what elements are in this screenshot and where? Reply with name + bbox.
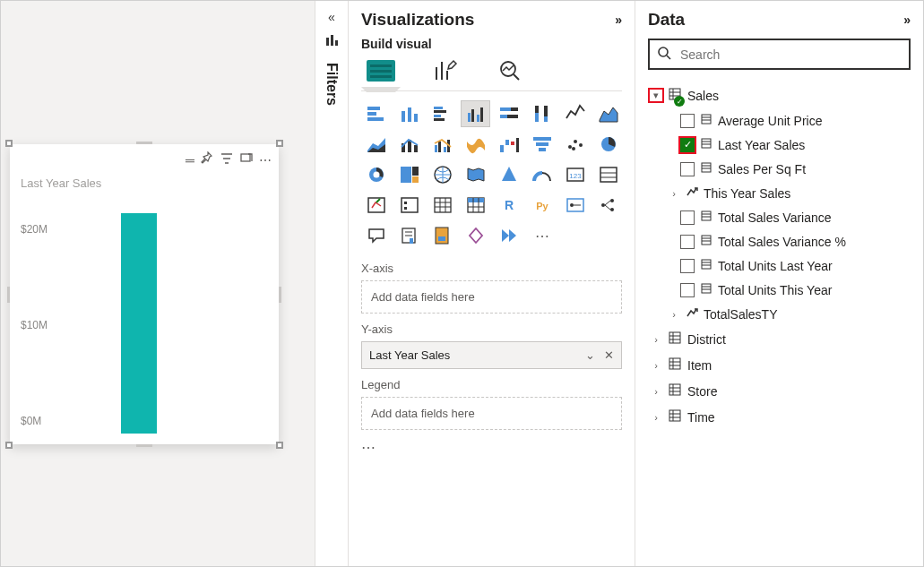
resize-handle[interactable] <box>136 444 152 447</box>
chevron-right-icon[interactable]: › <box>650 412 662 423</box>
search-input[interactable] <box>678 47 902 63</box>
resize-handle[interactable] <box>276 442 283 449</box>
chevron-down-icon[interactable]: ▾ <box>650 90 662 101</box>
table-sales[interactable]: ▾ ✓ Sales <box>648 82 911 108</box>
measure-icon <box>700 282 712 297</box>
checkbox[interactable] <box>680 162 695 176</box>
checkbox[interactable] <box>680 210 695 225</box>
checkbox[interactable] <box>680 114 695 128</box>
viz-stacked-area[interactable] <box>361 131 391 158</box>
viz-py-script[interactable]: Py <box>527 192 557 219</box>
chevron-right-icon[interactable]: › <box>668 309 680 320</box>
focus-mode-icon[interactable] <box>239 151 254 168</box>
viz-azure-map[interactable] <box>494 161 523 188</box>
viz-clustered-column[interactable] <box>461 100 490 127</box>
x-axis-drop[interactable]: Add data fields here <box>361 280 622 314</box>
viz-100-stacked-bar[interactable] <box>494 100 523 127</box>
viz-stacked-bar[interactable] <box>361 100 391 127</box>
field-total-sales-ty[interactable]: › TotalSalesTY <box>648 302 911 326</box>
legend-drop[interactable]: Add data fields here <box>361 397 622 430</box>
viz-area[interactable] <box>593 100 623 127</box>
visual-container[interactable]: ═ ⋯ Last Year Sales $0M $10M $20M <box>10 144 279 444</box>
resize-handle[interactable] <box>279 287 281 303</box>
viz-power-automate[interactable] <box>494 222 523 249</box>
checkbox[interactable] <box>680 283 695 297</box>
report-canvas[interactable]: ═ ⋯ Last Year Sales $0M $10M $20M <box>1 1 315 566</box>
collapse-data-icon[interactable]: » <box>903 13 911 27</box>
resize-handle[interactable] <box>7 287 10 303</box>
resize-handle[interactable] <box>276 140 283 147</box>
bar[interactable] <box>121 213 157 434</box>
tab-build-visual[interactable] <box>365 56 397 85</box>
table-item[interactable]: › Item <box>648 352 911 378</box>
viz-qa[interactable] <box>361 222 391 249</box>
search-box[interactable] <box>648 39 911 70</box>
viz-donut[interactable] <box>361 161 391 188</box>
field-total-sales-variance-pct[interactable]: Total Sales Variance % <box>648 229 911 253</box>
field-this-year-sales[interactable]: › This Year Sales <box>648 181 911 205</box>
checkbox[interactable] <box>680 259 695 273</box>
collapse-viz-icon[interactable]: » <box>615 13 622 27</box>
remove-field-icon[interactable]: ✕ <box>604 348 614 362</box>
filter-icon[interactable] <box>220 151 234 168</box>
viz-100-stacked-column[interactable] <box>527 100 557 127</box>
viz-clustered-bar[interactable] <box>427 100 457 127</box>
viz-pie[interactable] <box>593 131 623 158</box>
resize-handle[interactable] <box>5 140 13 147</box>
filters-label[interactable]: Filters <box>324 63 340 106</box>
pin-icon[interactable] <box>200 151 214 168</box>
table-time[interactable]: › Time <box>648 404 911 430</box>
viz-decomposition-tree[interactable] <box>593 192 623 219</box>
viz-table[interactable] <box>427 192 457 219</box>
y-axis-field-pill[interactable]: Last Year Sales ⌄ ✕ <box>361 341 622 369</box>
field-sales-per-sqft[interactable]: Sales Per Sq Ft <box>648 157 911 181</box>
field-last-year-sales[interactable]: ✓ Last Year Sales <box>648 133 911 157</box>
checkbox[interactable]: ✓ <box>680 138 695 152</box>
viz-paginated-report[interactable] <box>427 222 457 249</box>
viz-key-influencers[interactable] <box>560 192 590 219</box>
field-total-units-last-year[interactable]: Total Units Last Year <box>648 253 911 278</box>
tab-format-visual[interactable] <box>429 56 462 85</box>
viz-ribbon[interactable] <box>461 131 490 158</box>
chevron-down-icon[interactable]: ⌄ <box>585 348 595 362</box>
viz-filled-map[interactable] <box>461 161 490 188</box>
viz-line-stacked-column[interactable] <box>394 131 424 158</box>
viz-funnel[interactable] <box>527 131 557 158</box>
table-district[interactable]: › District <box>648 326 911 352</box>
viz-card[interactable]: 123 <box>560 161 590 188</box>
viz-narrative[interactable] <box>394 222 424 249</box>
field-total-sales-variance[interactable]: Total Sales Variance <box>648 205 911 229</box>
more-options-icon[interactable]: ⋯ <box>259 153 272 168</box>
checkbox[interactable] <box>680 235 695 249</box>
viz-gauge[interactable] <box>527 161 557 188</box>
resize-handle[interactable] <box>5 442 13 449</box>
viz-kpi[interactable] <box>361 192 391 219</box>
table-store[interactable]: › Store <box>648 378 911 404</box>
viz-r-script[interactable]: R <box>494 192 523 219</box>
more-field-wells[interactable]: ⋯ <box>361 439 622 456</box>
svg-rect-102 <box>702 211 711 220</box>
field-avg-unit-price[interactable]: Average Unit Price <box>648 108 911 133</box>
viz-more[interactable]: ⋯ <box>527 222 557 249</box>
viz-scatter[interactable] <box>560 131 590 158</box>
viz-treemap[interactable] <box>394 161 424 188</box>
chevron-right-icon[interactable]: › <box>650 360 662 371</box>
viz-slicer[interactable] <box>394 192 424 219</box>
chevron-right-icon[interactable]: › <box>650 386 662 397</box>
viz-line[interactable] <box>560 100 590 127</box>
chevron-right-icon[interactable]: › <box>650 334 662 345</box>
drag-handle-icon[interactable]: ═ <box>186 153 194 168</box>
viz-power-apps[interactable] <box>461 222 490 249</box>
viz-multirow-card[interactable] <box>593 161 623 188</box>
viz-waterfall[interactable] <box>494 131 523 158</box>
viz-matrix[interactable] <box>461 192 490 219</box>
viz-stacked-column[interactable] <box>394 100 424 127</box>
tab-analytics[interactable] <box>494 56 526 85</box>
expand-filters-icon[interactable]: « <box>328 10 335 24</box>
field-total-units-this-year[interactable]: Total Units This Year <box>648 278 911 302</box>
filters-icon[interactable] <box>324 33 339 50</box>
resize-handle[interactable] <box>136 142 152 144</box>
viz-line-clustered-column[interactable] <box>427 131 457 158</box>
viz-map[interactable] <box>427 161 457 188</box>
chevron-right-icon[interactable]: › <box>668 188 680 199</box>
